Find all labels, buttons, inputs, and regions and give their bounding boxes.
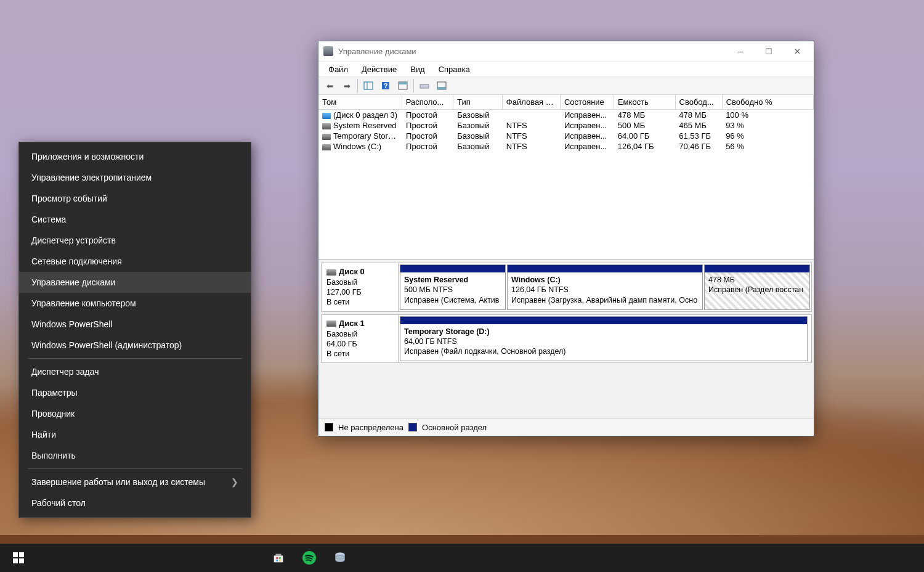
table-cell: 126,04 ГБ	[614, 141, 676, 152]
context-menu-item[interactable]: Просмотр событий	[19, 188, 251, 209]
column-header[interactable]: Свободно %	[723, 95, 814, 109]
context-menu-item[interactable]: Диспетчер устройств	[19, 230, 251, 251]
window-title: Управление дисками	[338, 47, 416, 56]
table-cell: Исправен...	[561, 120, 614, 131]
context-menu-separator	[28, 468, 242, 469]
store-icon	[272, 551, 285, 565]
volume-icon	[322, 123, 331, 129]
svg-rect-10	[279, 557, 281, 559]
taskbar-app-store[interactable]	[264, 544, 293, 572]
taskbar-app-spotify[interactable]	[294, 544, 324, 572]
menu-item[interactable]: Справка	[432, 63, 476, 76]
context-menu-item[interactable]: Диспетчер задач	[19, 361, 251, 382]
maximize-button[interactable]: ☐	[755, 41, 783, 61]
graphical-disk-pane: Диск 0Базовый127,00 ГБВ сетиSystem Reser…	[318, 259, 814, 418]
column-header[interactable]: Емкость	[614, 95, 676, 109]
context-menu-item[interactable]: Windows PowerShell (администратор)	[19, 335, 251, 356]
partition[interactable]: Windows (C:)126,04 ГБ NTFSИсправен (Загр…	[507, 264, 703, 310]
start-button[interactable]	[4, 544, 33, 572]
context-menu-item[interactable]: Управление компьютером	[19, 293, 251, 314]
table-cell: (Диск 0 раздел 3)	[318, 110, 402, 120]
table-row[interactable]: (Диск 0 раздел 3)ПростойБазовыйИсправен.…	[318, 110, 814, 120]
help-icon[interactable]: ?	[378, 78, 393, 93]
svg-rect-0	[364, 82, 373, 89]
context-menu-item[interactable]: Сетевые подключения	[19, 251, 251, 272]
table-cell: Базовый	[453, 141, 503, 152]
column-header[interactable]: Свобод...	[676, 95, 723, 109]
column-header[interactable]: Тип	[453, 95, 503, 109]
context-menu-item[interactable]: Завершение работы или выход из системы❯	[19, 472, 251, 492]
partition-body: 478 МБИсправен (Раздел восстан	[705, 272, 809, 309]
table-row[interactable]: System ReservedПростойБазовыйNTFSИсправе…	[318, 120, 814, 131]
volume-table: ТомРасполо...ТипФайловая с...СостояниеЕм…	[318, 95, 814, 259]
context-menu-item[interactable]: Windows PowerShell	[19, 314, 251, 335]
svg-rect-9	[276, 557, 278, 559]
volume-table-header[interactable]: ТомРасполо...ТипФайловая с...СостояниеЕм…	[318, 95, 814, 110]
disk-row[interactable]: Диск 0Базовый127,00 ГБВ сетиSystem Reser…	[321, 263, 812, 312]
partition[interactable]: System Reserved500 МБ NTFSИсправен (Сист…	[400, 264, 506, 310]
context-menu-item[interactable]: Выполнить	[19, 445, 251, 466]
partition-header-stripe	[400, 265, 505, 272]
view-bottom-icon[interactable]	[434, 78, 449, 93]
column-header[interactable]: Том	[318, 95, 402, 109]
menu-item[interactable]: Вид	[404, 63, 431, 76]
svg-rect-11	[276, 560, 278, 562]
context-menu-item[interactable]: Система	[19, 209, 251, 230]
minimize-button[interactable]: ─	[726, 41, 755, 61]
legend-unallocated: Не распределена	[338, 423, 403, 432]
context-menu-item[interactable]: Приложения и возможности	[19, 146, 251, 167]
partition-header-stripe	[705, 265, 809, 272]
context-menu-item[interactable]: Рабочий стол	[19, 492, 251, 513]
nav-forward-icon[interactable]: ➡	[339, 78, 354, 93]
windows-logo-icon	[13, 552, 24, 563]
volume-icon	[322, 144, 331, 150]
disk-management-window: Управление дисками ─ ☐ ✕ ФайлДействиеВид…	[318, 41, 814, 436]
show-hide-tree-icon[interactable]	[361, 78, 376, 93]
svg-rect-6	[420, 84, 429, 88]
column-header[interactable]: Состояние	[561, 95, 614, 109]
context-menu-item[interactable]: Параметры	[19, 382, 251, 403]
volume-table-body[interactable]: (Диск 0 раздел 3)ПростойБазовыйИсправен.…	[318, 110, 814, 259]
table-cell: 61,53 ГБ	[675, 131, 722, 141]
view-top-icon[interactable]	[395, 78, 410, 93]
menu-item[interactable]: Действие	[355, 63, 403, 76]
context-menu-item[interactable]: Управление электропитанием	[19, 167, 251, 188]
toolbar-separator	[357, 79, 358, 92]
context-menu-item[interactable]: Проводник	[19, 403, 251, 424]
table-cell: Простой	[402, 131, 453, 141]
table-cell: 478 МБ	[675, 110, 722, 120]
app-icon	[323, 46, 333, 56]
disk-row[interactable]: Диск 1Базовый64,00 ГБВ сетиTemporary Sto…	[321, 314, 812, 364]
table-cell: System Reserved	[318, 120, 402, 131]
table-cell: NTFS	[503, 131, 561, 141]
partition-header-stripe	[508, 265, 702, 272]
legend-primary: Основной раздел	[422, 423, 487, 432]
svg-rect-5	[399, 82, 407, 84]
table-cell: 478 МБ	[614, 110, 676, 120]
refresh-icon[interactable]	[417, 78, 432, 93]
nav-back-icon[interactable]: ⬅	[322, 78, 337, 93]
column-header[interactable]: Файловая с...	[503, 95, 561, 109]
menu-item[interactable]: Файл	[322, 63, 354, 76]
table-row[interactable]: Windows (C:)ПростойБазовыйNTFSИсправен..…	[318, 141, 814, 152]
partition[interactable]: Temporary Storage (D:)64,00 ГБ NTFSИспра…	[400, 316, 808, 362]
disk-layout-body[interactable]: Диск 0Базовый127,00 ГБВ сетиSystem Reser…	[318, 260, 814, 418]
table-cell: Базовый	[453, 120, 503, 131]
column-header[interactable]: Располо...	[402, 95, 453, 109]
taskbar-app-diskmgmt[interactable]	[325, 544, 355, 572]
context-menu-item[interactable]: Управление дисками	[19, 272, 251, 293]
legend-bar: Не распределена Основной раздел	[318, 418, 814, 436]
table-cell: 93 %	[722, 120, 814, 131]
context-menu-item[interactable]: Найти	[19, 424, 251, 445]
taskbar[interactable]	[0, 544, 924, 572]
volume-icon	[322, 134, 331, 140]
chevron-right-icon: ❯	[231, 477, 238, 487]
disk-info: Диск 0Базовый127,00 ГБВ сети	[322, 263, 399, 311]
titlebar[interactable]: Управление дисками ─ ☐ ✕	[318, 41, 814, 62]
disk-icon	[326, 269, 336, 276]
close-button[interactable]: ✕	[783, 41, 811, 61]
table-cell: 100 %	[722, 110, 814, 120]
table-row[interactable]: Temporary Storag...ПростойБазовыйNTFSИсп…	[318, 131, 814, 141]
partition[interactable]: 478 МБИсправен (Раздел восстан	[704, 264, 810, 310]
disk-icon	[326, 321, 336, 327]
